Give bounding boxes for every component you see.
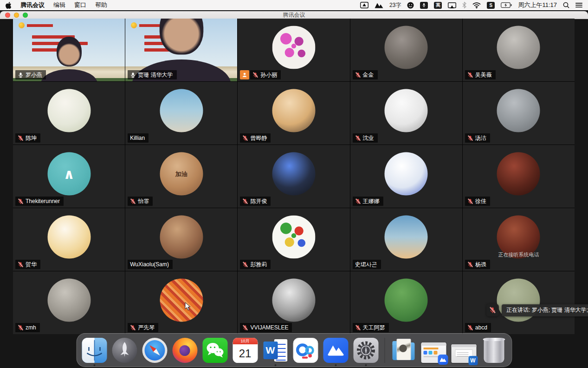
- participant-name: 汤洁: [475, 134, 486, 142]
- dock-item-minimized-window-word[interactable]: W: [451, 338, 476, 363]
- participant-tile[interactable]: 金金: [350, 19, 462, 81]
- mic-muted-icon: [252, 72, 258, 78]
- participant-name: 贺华: [26, 261, 37, 269]
- participant-tile[interactable]: abcd: [463, 271, 575, 334]
- dock-item-minimized-window-meeting[interactable]: [421, 338, 446, 363]
- badge-row: 吴美薇: [465, 70, 496, 79]
- screen-share-icon[interactable]: [360, 2, 368, 8]
- airplay-display-icon[interactable]: [448, 2, 456, 8]
- meeting-window: 腾讯会议 罗小燕 贾珊 清华大学 孙小丽: [0, 11, 588, 368]
- participant-tile[interactable]: 严先琴: [125, 271, 237, 334]
- menu-clock[interactable]: 周六上午11:17: [518, 1, 557, 9]
- dock-item-wechat[interactable]: [202, 338, 227, 363]
- participant-name: VVIJAMESLEE: [250, 324, 288, 331]
- spotlight-search-icon[interactable]: [563, 2, 569, 8]
- dock-item-finder[interactable]: [82, 338, 107, 363]
- mic-muted-icon: [130, 325, 136, 331]
- avatar: [160, 279, 203, 322]
- badge-row: 史珺사곤: [353, 260, 381, 269]
- close-button[interactable]: [5, 13, 10, 18]
- name-badge: 陈坤: [15, 133, 40, 143]
- mic-muted-icon: [130, 198, 136, 204]
- participant-name: 徐佳: [475, 197, 486, 205]
- participant-tile[interactable]: 加油 怡霏: [125, 145, 237, 208]
- dock-item-word[interactable]: W: [263, 338, 288, 363]
- dock-item-system-preferences[interactable]: [353, 338, 378, 363]
- participant-tile[interactable]: 史珺사곤: [350, 208, 462, 271]
- avatar: [272, 26, 315, 69]
- participant-tile[interactable]: 贺华: [13, 208, 125, 271]
- participant-tile[interactable]: 陈开俊: [238, 145, 349, 208]
- participant-tile[interactable]: 王娜娜: [350, 145, 462, 208]
- calendar-month: 10月: [233, 338, 258, 344]
- participant-tile[interactable]: 陈坤: [13, 82, 125, 145]
- mic-muted-icon: [355, 198, 361, 204]
- window-titlebar[interactable]: 腾讯会议: [0, 11, 588, 19]
- mic-on-icon: [18, 72, 24, 78]
- participant-tile[interactable]: 吴美薇: [463, 19, 575, 81]
- avatar: [385, 152, 428, 196]
- avatar: [497, 152, 540, 196]
- voice-input-icon[interactable]: [420, 2, 428, 9]
- zoom-button[interactable]: [23, 13, 28, 18]
- participant-tile[interactable]: WuXiaolu(Sam): [125, 208, 237, 271]
- participant-tile[interactable]: 彭雅莉: [238, 208, 349, 271]
- dock-item-baidu-netdisk[interactable]: [293, 338, 318, 363]
- badge-row: Thekiterunner: [15, 197, 64, 206]
- menu-edit[interactable]: 编辑: [53, 1, 65, 9]
- notification-list-icon[interactable]: [575, 2, 582, 8]
- name-badge: 汤洁: [465, 133, 490, 143]
- name-badge: 金金: [353, 70, 378, 79]
- bluetooth-icon[interactable]: [462, 2, 466, 8]
- apple-menu[interactable]: [6, 2, 12, 9]
- battery-charging-icon[interactable]: [501, 2, 512, 8]
- dock-item-launchpad[interactable]: [112, 338, 137, 363]
- dock-item-tencent-meeting[interactable]: [323, 338, 348, 363]
- badge-row: 徐佳: [465, 197, 490, 206]
- participant-tile[interactable]: 汤洁: [463, 82, 575, 145]
- participant-tile[interactable]: VVIJAMESLEE: [238, 271, 349, 334]
- dock-item-trash[interactable]: [481, 338, 506, 363]
- mic-on-icon: [130, 72, 136, 78]
- dock-item-calendar[interactable]: 10月 21: [233, 338, 258, 363]
- participant-tile[interactable]: 天工阿瑟: [350, 271, 462, 334]
- minimize-button[interactable]: [14, 13, 19, 18]
- mic-muted-icon[interactable]: [486, 304, 499, 316]
- person-silhouette: [41, 37, 97, 81]
- participant-tile[interactable]: zmh: [13, 271, 125, 334]
- menu-help[interactable]: 帮助: [95, 1, 107, 9]
- badge-row: 王娜娜: [353, 197, 383, 206]
- participant-tile[interactable]: 徐佳: [463, 145, 575, 208]
- emoji-input-icon[interactable]: [407, 2, 414, 9]
- badge-row: 严先琴: [128, 323, 158, 332]
- participant-tile[interactable]: 孙小丽: [238, 19, 349, 81]
- participant-tile[interactable]: 沈业: [350, 82, 462, 145]
- mic-muted-icon: [355, 72, 361, 78]
- sogou-input-chip[interactable]: S: [487, 2, 495, 9]
- name-badge: 王娜娜: [353, 197, 383, 206]
- avatar: [497, 26, 540, 69]
- wifi-icon[interactable]: [472, 2, 481, 8]
- badge-row: 陈坤: [15, 133, 40, 143]
- dock-item-firefox[interactable]: [172, 338, 197, 363]
- badge-row: 怡霏: [128, 197, 153, 206]
- mic-muted-icon: [18, 325, 24, 331]
- participant-name: 史珺사곤: [355, 261, 377, 269]
- ime-language-chip[interactable]: 英: [434, 2, 442, 9]
- participant-tile[interactable]: 贾珊 清华大学: [125, 19, 237, 81]
- mic-muted-icon: [355, 135, 361, 141]
- avatar: [47, 89, 90, 132]
- menu-app-name[interactable]: 腾讯会议: [20, 1, 45, 9]
- participant-tile[interactable]: 曾晔静: [238, 82, 349, 145]
- tencent-meeting-icon[interactable]: [375, 2, 383, 8]
- participant-tile[interactable]: ∧ Thekiterunner: [13, 145, 125, 208]
- participant-tile[interactable]: 罗小燕: [13, 19, 125, 81]
- dock-item-safari[interactable]: [142, 338, 167, 363]
- running-indicator: [274, 364, 276, 366]
- dock-item-stack-folder[interactable]: [391, 338, 416, 363]
- menu-window[interactable]: 窗口: [74, 1, 86, 9]
- participant-tile[interactable]: 正在接听系统电话 杨强: [463, 208, 575, 271]
- badge-row: 汤洁: [465, 133, 490, 143]
- participant-tile[interactable]: Killian: [125, 82, 237, 145]
- badge-row: 孙小丽: [240, 70, 281, 79]
